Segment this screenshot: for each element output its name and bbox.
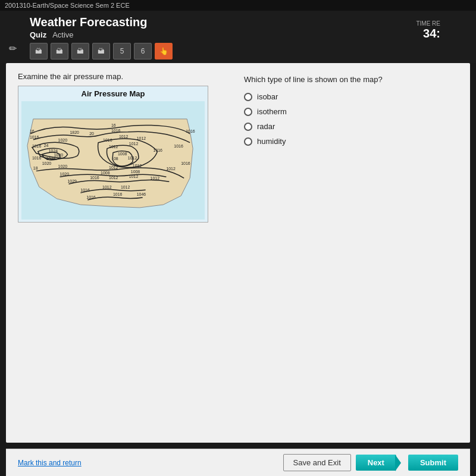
- svg-text:1012: 1012: [137, 136, 146, 140]
- radio-humidity[interactable]: [244, 137, 252, 146]
- timer-label: TIME RE: [416, 20, 440, 27]
- next-button[interactable]: Next: [356, 455, 396, 471]
- map-container: Air Pressure Map 16 1016 16 1016 1016: [18, 86, 208, 223]
- toolbar-btn-1[interactable]: 🏔: [30, 43, 48, 60]
- label-isotherm: isotherm: [257, 107, 287, 116]
- svg-text:1012: 1012: [109, 165, 118, 170]
- svg-text:1012: 1012: [128, 156, 137, 160]
- option-humidity[interactable]: humidity: [244, 137, 458, 146]
- mark-return-link[interactable]: Mark this and return: [18, 459, 82, 467]
- quiz-label: Quiz: [30, 30, 46, 39]
- svg-text:1046: 1046: [137, 192, 146, 196]
- pencil-icon: ✏: [9, 43, 17, 54]
- toolbar: ✏ 🏔 🏔 🏔 🏔 5 6 👆: [30, 43, 446, 63]
- option-radar[interactable]: radar: [244, 122, 458, 131]
- svg-text:1020: 1020: [42, 161, 52, 165]
- svg-text:1020: 1020: [58, 138, 68, 142]
- toolbar-btn-3[interactable]: 🏔: [71, 43, 89, 60]
- svg-text:1016: 1016: [86, 195, 96, 199]
- toolbar-btn-6[interactable]: 6: [134, 43, 152, 60]
- svg-text:16: 16: [111, 123, 116, 127]
- svg-text:1029: 1029: [67, 179, 77, 183]
- svg-text:16: 16: [30, 129, 35, 133]
- svg-text:1012: 1012: [109, 176, 118, 180]
- svg-text:1020: 1020: [60, 172, 70, 176]
- timer-section: TIME RE 34:: [416, 20, 440, 40]
- timer-value: 34:: [416, 27, 440, 40]
- label-humidity: humidity: [257, 137, 286, 146]
- page-title: Weather Forecasting: [30, 15, 446, 29]
- svg-text:1012: 1012: [129, 142, 139, 146]
- examine-text: Examine the air pressure map.: [18, 72, 232, 81]
- main-content: Examine the air pressure map. Air Pressu…: [6, 63, 470, 443]
- right-panel: Which type of line is shown on the map? …: [244, 72, 458, 434]
- svg-text:1012: 1012: [129, 174, 139, 178]
- svg-text:1820: 1820: [70, 130, 79, 134]
- toolbar-btn-5[interactable]: 5: [113, 43, 131, 60]
- svg-text:1012: 1012: [133, 164, 142, 168]
- svg-text:1016: 1016: [186, 129, 195, 133]
- top-bar: 2001310-Earth/Space Science Sem 2 ECE: [0, 0, 476, 11]
- question-text: Which type of line is shown on the map?: [244, 75, 458, 84]
- svg-text:1016: 1016: [174, 144, 183, 148]
- air-pressure-map: 16 1016 16 1016 1016 1820 20 1016 1020 2…: [21, 99, 205, 221]
- svg-text:08: 08: [114, 157, 118, 161]
- option-isotherm[interactable]: isotherm: [244, 107, 458, 116]
- svg-text:1016: 1016: [90, 176, 99, 180]
- toolbar-btn-2[interactable]: 🏔: [51, 43, 68, 60]
- svg-text:24: 24: [44, 143, 49, 148]
- bottom-bar: Mark this and return Save and Exit Next …: [6, 449, 470, 476]
- svg-text:1020: 1020: [54, 153, 64, 157]
- svg-text:1016: 1016: [80, 188, 90, 192]
- save-exit-button[interactable]: Save and Exit: [283, 454, 351, 471]
- svg-text:1016: 1016: [103, 138, 112, 142]
- radio-isotherm[interactable]: [244, 108, 252, 116]
- map-title: Air Pressure Map: [21, 89, 205, 98]
- svg-text:1008: 1008: [131, 170, 140, 174]
- svg-text:1012: 1012: [151, 176, 160, 180]
- toolbar-btn-cursor[interactable]: 👆: [155, 43, 173, 60]
- toolbar-btn-4[interactable]: 🏔: [92, 43, 110, 60]
- svg-text:1016: 1016: [181, 161, 190, 165]
- course-title: 2001310-Earth/Space Science Sem 2 ECE: [5, 2, 130, 9]
- option-isobar[interactable]: isobar: [244, 92, 458, 101]
- options-list: isobar isotherm radar humidity: [244, 92, 458, 146]
- svg-text:1016: 1016: [113, 192, 123, 196]
- header: Weather Forecasting Quiz Active ✏ 🏔 🏔 🏔 …: [0, 11, 476, 63]
- submit-button[interactable]: Submit: [408, 455, 458, 471]
- radio-radar[interactable]: [244, 123, 252, 131]
- svg-text:1012: 1012: [119, 134, 129, 139]
- active-label: Active: [52, 30, 73, 39]
- svg-text:1008: 1008: [118, 152, 127, 156]
- label-radar: radar: [257, 122, 275, 131]
- svg-text:18: 18: [33, 166, 38, 170]
- svg-text:1008: 1008: [101, 171, 110, 175]
- radio-isobar[interactable]: [244, 93, 252, 101]
- action-buttons: Save and Exit Next Submit: [283, 454, 458, 471]
- svg-text:1016: 1016: [32, 156, 42, 160]
- svg-text:1012: 1012: [102, 185, 112, 189]
- svg-text:1016: 1016: [32, 144, 42, 148]
- left-panel: Examine the air pressure map. Air Pressu…: [18, 72, 232, 434]
- svg-text:1012: 1012: [166, 167, 176, 171]
- svg-text:1020: 1020: [58, 164, 68, 168]
- svg-text:1012: 1012: [121, 185, 130, 189]
- label-isobar: isobar: [257, 92, 278, 101]
- svg-text:1024: 1024: [46, 157, 56, 161]
- svg-text:20: 20: [89, 131, 94, 136]
- svg-text:1016: 1016: [154, 148, 163, 152]
- svg-text:1012: 1012: [109, 145, 118, 149]
